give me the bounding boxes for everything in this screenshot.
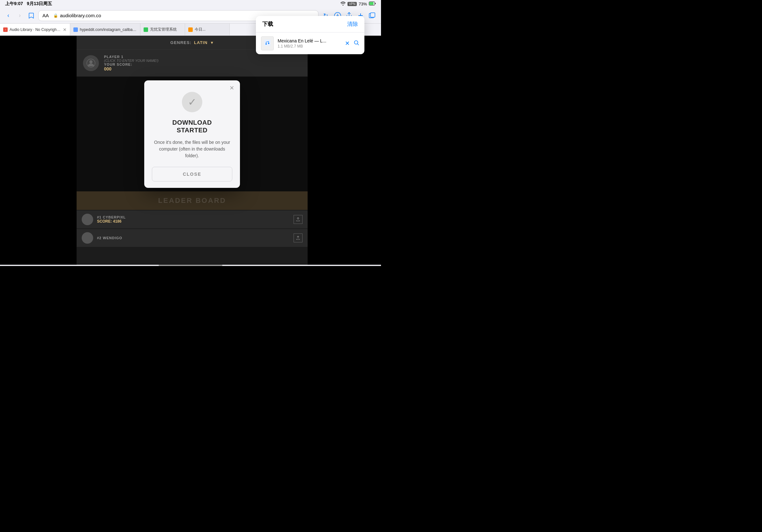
player-avatar xyxy=(83,55,99,71)
download-item-size: 1.1 MB/2.7 MB xyxy=(277,44,341,48)
modal-body: ✓ DOWNLOADSTARTED Once it's done, the fi… xyxy=(144,80,240,188)
tab-label-2: hypeddit.com/instagram_callback... xyxy=(80,28,137,32)
genres-dropdown-icon[interactable]: ▼ xyxy=(210,40,214,45)
download-modal: ✕ ✓ DOWNLOADSTARTED Once it's done, the … xyxy=(144,80,240,188)
wifi-icon xyxy=(341,2,345,6)
lb-info-2: #2 WENDIGO xyxy=(97,236,290,240)
download-panel-clear-button[interactable]: 清除 xyxy=(347,21,358,28)
lb-share-2[interactable] xyxy=(294,233,302,242)
bookmarks-button[interactable] xyxy=(27,11,36,20)
svg-point-8 xyxy=(89,60,93,63)
left-overlay xyxy=(0,36,77,266)
download-item-info: Mexicana En Lelé — L... 1.1 MB/2.7 MB xyxy=(277,38,341,48)
lb-info-1: #1 CYBERPIXL SCORE: 4186 xyxy=(97,215,290,224)
watermark-app-name: 头条 xyxy=(313,250,327,260)
lb-share-1[interactable] xyxy=(294,215,302,224)
vpn-badge: VPN xyxy=(347,2,357,6)
lock-icon: 🔒 xyxy=(53,13,58,18)
tab-favicon-3 xyxy=(144,28,148,32)
check-circle: ✓ xyxy=(182,92,202,112)
download-panel: 下载 清除 Mexicana En Lelé — L... 1.1 MB/2.7… xyxy=(256,16,364,54)
scroll-bar xyxy=(0,265,381,266)
tab-close-1[interactable]: ✕ xyxy=(63,27,67,32)
modal-description: Once it's done, the files will be on you… xyxy=(152,139,232,159)
tab-switcher-button[interactable] xyxy=(367,11,377,21)
status-bar-right: VPN 73% xyxy=(341,2,376,6)
back-button[interactable]: ‹ xyxy=(4,11,13,20)
lb-score-1: SCORE: 4186 xyxy=(97,219,290,224)
website-content: GENRES: LATIN ▼ PLAYER 1 (CLICK TO ENTER… xyxy=(77,36,308,266)
watermark-handle: @数码小哥的哥哥 xyxy=(329,251,375,259)
leaderboard-title: LEADER BOARD xyxy=(82,196,302,205)
tab-today[interactable]: 今日... xyxy=(185,24,230,35)
genres-value: LATIN xyxy=(194,40,207,45)
player-name[interactable]: (CLICK TO ENTER YOUR NAME!) xyxy=(104,59,301,62)
status-time: 上午9:07 xyxy=(5,1,23,7)
tab-audio-library[interactable]: ♪ Audio Library · No Copyright M... ✕ xyxy=(0,24,70,35)
battery-icon xyxy=(369,2,376,6)
content-area: GENRES: LATIN ▼ PLAYER 1 (CLICK TO ENTER… xyxy=(0,36,381,266)
status-bar: 上午9:07 9月13日周五 VPN 73% xyxy=(0,0,381,8)
svg-rect-6 xyxy=(370,13,375,17)
checkmark-icon: ✓ xyxy=(188,96,196,108)
tab-label-3: 无忧宝管理系统 xyxy=(150,27,177,32)
tab-label-4: 今日... xyxy=(194,27,205,32)
player-score: 000 xyxy=(104,66,301,71)
download-find-button[interactable] xyxy=(353,40,359,47)
status-bar-left: 上午9:07 9月13日周五 xyxy=(5,1,52,7)
svg-point-11 xyxy=(268,43,269,44)
tab-favicon-2 xyxy=(73,28,78,32)
player-score-label: YOUR SCORE: xyxy=(104,62,301,66)
player-label: PLAYER 1 xyxy=(104,55,301,59)
lb-avatar-1 xyxy=(82,214,93,225)
lb-avatar-2 xyxy=(82,232,93,244)
battery-percentage: 73% xyxy=(359,2,367,6)
leaderboard-row-1: #1 CYBERPIXL SCORE: 4186 xyxy=(77,211,308,229)
tab-hypeddit[interactable]: hypeddit.com/instagram_callback... xyxy=(70,24,140,35)
download-panel-title: 下载 xyxy=(262,21,273,28)
download-item-name: Mexicana En Lelé — L... xyxy=(277,38,341,43)
download-item-actions: ✕ xyxy=(345,40,359,47)
right-overlay xyxy=(308,36,381,266)
audio-file-icon xyxy=(264,39,271,48)
close-button[interactable]: CLOSE xyxy=(152,167,232,181)
url-text: audiolibrary.com.co xyxy=(60,13,101,18)
genres-label: GENRES: xyxy=(170,40,191,45)
modal-title: DOWNLOADSTARTED xyxy=(152,119,232,134)
svg-point-12 xyxy=(354,40,358,44)
tab-favicon-4 xyxy=(188,28,193,32)
status-date: 9月13日周五 xyxy=(27,1,52,7)
aa-text: AA xyxy=(42,13,49,18)
player-info: PLAYER 1 (CLICK TO ENTER YOUR NAME!) YOU… xyxy=(104,55,301,71)
leaderboard-row-2: #2 WENDIGO xyxy=(77,229,308,247)
svg-rect-9 xyxy=(264,39,270,46)
modal-close-button[interactable]: ✕ xyxy=(228,84,236,92)
svg-point-10 xyxy=(266,43,267,45)
forward-button[interactable]: › xyxy=(15,11,24,20)
leaderboard-section: LEADER BOARD xyxy=(77,191,308,210)
tab-label-1: Audio Library · No Copyright M... xyxy=(10,28,61,32)
download-item: Mexicana En Lelé — L... 1.1 MB/2.7 MB ✕ xyxy=(256,33,364,54)
tab-favicon-1: ♪ xyxy=(3,28,8,32)
lb-rank-2: #2 WENDIGO xyxy=(97,236,290,240)
scroll-thumb xyxy=(159,265,222,266)
download-file-icon xyxy=(261,36,274,50)
watermark: 头条 @数码小哥的哥哥 xyxy=(313,250,375,260)
svg-rect-1 xyxy=(369,2,374,5)
tab-wuyubao[interactable]: 无忧宝管理系统 xyxy=(140,24,185,35)
modal-overlay: ✕ ✓ DOWNLOADSTARTED Once it's done, the … xyxy=(77,77,308,191)
download-panel-header: 下载 清除 xyxy=(256,16,364,33)
lb-rank-1: #1 CYBERPIXL xyxy=(97,215,290,219)
download-cancel-button[interactable]: ✕ xyxy=(345,40,350,47)
